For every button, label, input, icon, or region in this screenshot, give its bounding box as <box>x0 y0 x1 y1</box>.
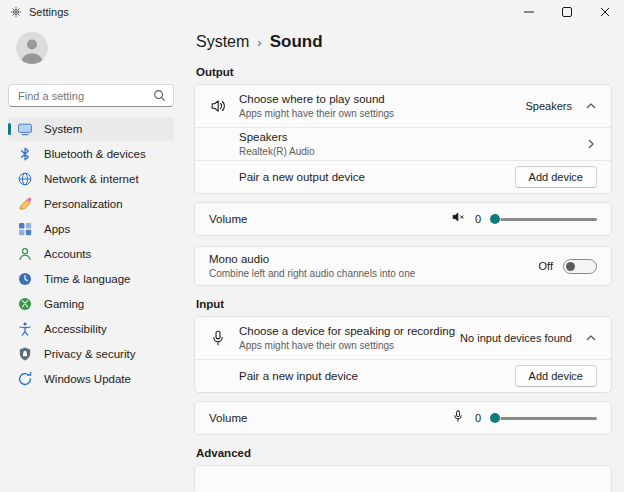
output-expander-title: Choose where to play sound <box>239 92 526 107</box>
sidebar-item-apps[interactable]: Apps <box>8 217 174 241</box>
app-title: Settings <box>29 6 69 18</box>
system-icon <box>17 121 33 137</box>
windows-update-icon <box>17 371 33 387</box>
microphone-icon[interactable] <box>451 409 465 427</box>
sidebar-item-personalization[interactable]: Personalization <box>8 192 174 216</box>
advanced-section-label: Advanced <box>196 447 610 459</box>
pair-output-label: Pair a new output device <box>239 170 515 185</box>
sidebar-nav: System Bluetooth & devices Network & int… <box>8 117 174 391</box>
settings-gear-icon <box>10 6 22 18</box>
breadcrumb: System › Sound <box>194 24 612 58</box>
slider-thumb[interactable] <box>490 214 500 224</box>
titlebar: Settings <box>0 0 624 24</box>
mono-audio-toggle[interactable] <box>563 259 597 274</box>
output-device-value: Speakers <box>526 100 572 112</box>
mono-audio-card: Mono audio Combine left and right audio … <box>194 246 612 286</box>
speakers-device-row[interactable]: Speakers Realtek(R) Audio <box>195 127 611 160</box>
output-volume-slider[interactable] <box>491 213 597 225</box>
output-volume-card: Volume 0 <box>194 202 612 236</box>
apps-icon <box>17 221 33 237</box>
pair-input-label: Pair a new input device <box>239 369 515 384</box>
maximize-icon <box>562 5 572 20</box>
slider-track[interactable] <box>491 417 597 420</box>
page-title: Sound <box>270 32 323 52</box>
input-expander-subtitle: Apps might have their own settings <box>239 339 460 352</box>
content: System › Sound Output Choose where to pl… <box>182 24 624 492</box>
privacy-security-icon <box>17 346 33 362</box>
input-volume-value: 0 <box>474 412 482 424</box>
input-expander-title: Choose a device for speaking or recordin… <box>239 324 460 339</box>
slider-thumb[interactable] <box>490 413 500 423</box>
sidebar-item-label: Windows Update <box>44 373 131 385</box>
sidebar-item-accounts[interactable]: Accounts <box>8 242 174 266</box>
breadcrumb-system[interactable]: System <box>196 33 249 51</box>
close-icon <box>600 5 610 20</box>
sidebar-item-label: Time & language <box>44 273 131 285</box>
accessibility-icon <box>17 321 33 337</box>
minimize-icon <box>524 5 534 20</box>
sidebar-item-label: Privacy & security <box>44 348 135 360</box>
minimize-button[interactable] <box>510 0 548 24</box>
chevron-up-icon[interactable] <box>585 100 597 112</box>
output-expander-header[interactable]: Choose where to play sound Apps might ha… <box>195 85 611 127</box>
mono-audio-state: Off <box>539 260 553 272</box>
output-volume-label: Volume <box>209 212 247 227</box>
microphone-icon <box>209 329 229 347</box>
chevron-right-icon <box>585 138 597 150</box>
mute-speaker-icon[interactable] <box>451 210 465 228</box>
sidebar-item-label: Network & internet <box>44 173 139 185</box>
search-input[interactable] <box>8 84 174 107</box>
mono-audio-title: Mono audio <box>209 252 539 267</box>
chevron-up-icon[interactable] <box>585 332 597 344</box>
settings-window: Settings <box>0 0 624 492</box>
accounts-icon <box>17 246 33 262</box>
sidebar-item-label: System <box>44 123 82 135</box>
pair-output-row: Pair a new output device Add device <box>195 160 611 193</box>
network-icon <box>17 171 33 187</box>
sidebar-item-label: Accounts <box>44 248 91 260</box>
gaming-icon <box>17 296 33 312</box>
sidebar-item-privacy-security[interactable]: Privacy & security <box>8 342 174 366</box>
sidebar-item-label: Accessibility <box>44 323 107 335</box>
search-icon[interactable] <box>153 89 166 102</box>
sidebar-item-network-internet[interactable]: Network & internet <box>8 167 174 191</box>
mono-audio-subtitle: Combine left and right audio channels in… <box>209 267 539 280</box>
pair-input-row: Pair a new input device Add device <box>195 359 611 392</box>
sidebar-item-bluetooth-devices[interactable]: Bluetooth & devices <box>8 142 174 166</box>
sidebar-item-time-language[interactable]: Time & language <box>8 267 174 291</box>
sidebar-item-label: Personalization <box>44 198 123 210</box>
add-output-device-button[interactable]: Add device <box>515 166 597 188</box>
add-input-device-button[interactable]: Add device <box>515 365 597 387</box>
breadcrumb-separator-icon: › <box>257 35 261 50</box>
input-device-value: No input devices found <box>460 332 572 344</box>
sidebar-item-label: Apps <box>44 223 70 235</box>
input-section-label: Input <box>196 298 610 310</box>
close-button[interactable] <box>586 0 624 24</box>
time-language-icon <box>17 271 33 287</box>
sidebar-item-system[interactable]: System <box>8 117 174 141</box>
input-expander-card: Choose a device for speaking or recordin… <box>194 316 612 393</box>
sidebar-item-label: Gaming <box>44 298 84 310</box>
output-expander-subtitle: Apps might have their own settings <box>239 107 526 120</box>
sidebar-item-gaming[interactable]: Gaming <box>8 292 174 316</box>
search-box[interactable] <box>8 84 174 107</box>
input-expander-header[interactable]: Choose a device for speaking or recordin… <box>195 317 611 359</box>
maximize-button[interactable] <box>548 0 586 24</box>
slider-track[interactable] <box>491 218 597 221</box>
window-controls <box>510 0 624 24</box>
sidebar-item-label: Bluetooth & devices <box>44 148 146 160</box>
input-volume-slider[interactable] <box>491 412 597 424</box>
sidebar-item-accessibility[interactable]: Accessibility <box>8 317 174 341</box>
personalization-icon <box>17 196 33 212</box>
bluetooth-icon <box>17 146 33 162</box>
output-volume-value: 0 <box>474 213 482 225</box>
device-detail: Realtek(R) Audio <box>239 145 585 158</box>
device-name: Speakers <box>239 130 585 145</box>
output-expander-card: Choose where to play sound Apps might ha… <box>194 84 612 194</box>
output-section-label: Output <box>196 66 610 78</box>
sidebar: System Bluetooth & devices Network & int… <box>0 24 182 492</box>
input-volume-label: Volume <box>209 411 247 426</box>
toggle-knob <box>566 262 575 271</box>
avatar[interactable] <box>16 32 48 64</box>
sidebar-item-windows-update[interactable]: Windows Update <box>8 367 174 391</box>
